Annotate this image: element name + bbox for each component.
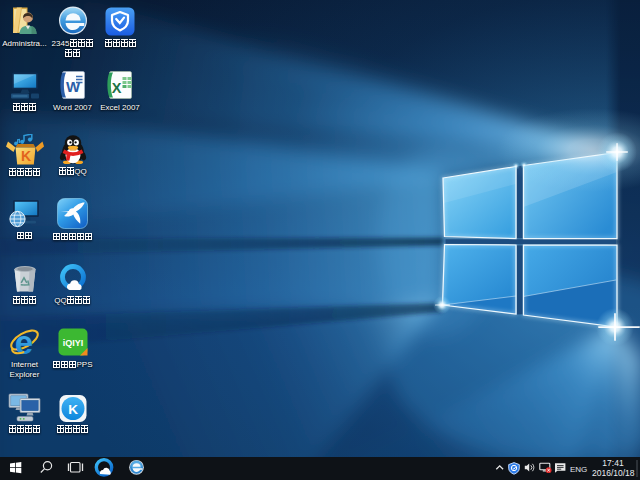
svg-text:K: K bbox=[68, 401, 78, 416]
svg-text:W: W bbox=[65, 78, 80, 95]
svg-text:K: K bbox=[20, 148, 30, 164]
svg-text:iQIYI: iQIYI bbox=[62, 338, 83, 348]
svg-text:X: X bbox=[112, 79, 122, 95]
